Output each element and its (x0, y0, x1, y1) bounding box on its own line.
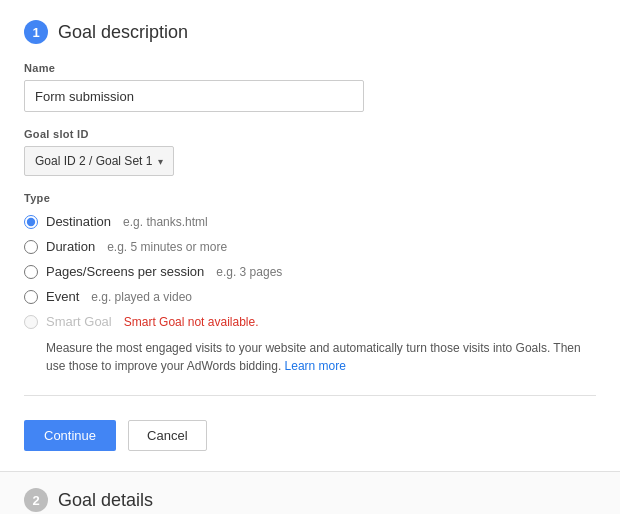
goal-slot-field-group: Goal slot ID Goal ID 2 / Goal Set 1 ▾ (24, 128, 596, 176)
continue-button[interactable]: Continue (24, 420, 116, 451)
radio-destination-label: Destination (46, 214, 111, 229)
name-input[interactable] (24, 80, 364, 112)
radio-pages-label: Pages/Screens per session (46, 264, 204, 279)
radio-group: Destination e.g. thanks.html Duration e.… (24, 214, 596, 329)
radio-event-label: Event (46, 289, 79, 304)
radio-event-input[interactable] (24, 290, 38, 304)
section2-title: Goal details (58, 490, 153, 511)
type-label: Type (24, 192, 596, 204)
cancel-button[interactable]: Cancel (128, 420, 206, 451)
radio-pages[interactable]: Pages/Screens per session e.g. 3 pages (24, 264, 596, 279)
radio-destination[interactable]: Destination e.g. thanks.html (24, 214, 596, 229)
section2-number: 2 (24, 488, 48, 512)
button-row: Continue Cancel (24, 420, 596, 451)
radio-destination-hint: e.g. thanks.html (123, 215, 208, 229)
radio-duration[interactable]: Duration e.g. 5 minutes or more (24, 239, 596, 254)
name-field-group: Name (24, 62, 596, 112)
section1-header: 1 Goal description (24, 20, 596, 44)
name-label: Name (24, 62, 596, 74)
type-field-group: Type Destination e.g. thanks.html Durati… (24, 192, 596, 375)
radio-duration-label: Duration (46, 239, 95, 254)
radio-smart-goal: Smart Goal Smart Goal not available. (24, 314, 596, 329)
radio-event[interactable]: Event e.g. played a video (24, 289, 596, 304)
radio-smart-goal-label: Smart Goal (46, 314, 112, 329)
radio-event-hint: e.g. played a video (91, 290, 192, 304)
smart-goal-learn-more-link[interactable]: Learn more (285, 359, 346, 373)
goal-description-section: 1 Goal description Name Goal slot ID Goa… (0, 0, 620, 472)
section1-number: 1 (24, 20, 48, 44)
chevron-down-icon: ▾ (158, 156, 163, 167)
smart-goal-description: Measure the most engaged visits to your … (46, 339, 586, 375)
goal-slot-label: Goal slot ID (24, 128, 596, 140)
smart-goal-notice: Smart Goal not available. (124, 315, 259, 329)
radio-destination-input[interactable] (24, 215, 38, 229)
section1-title: Goal description (58, 22, 188, 43)
radio-duration-input[interactable] (24, 240, 38, 254)
goal-slot-dropdown[interactable]: Goal ID 2 / Goal Set 1 ▾ (24, 146, 174, 176)
radio-pages-hint: e.g. 3 pages (216, 265, 282, 279)
radio-duration-hint: e.g. 5 minutes or more (107, 240, 227, 254)
divider (24, 395, 596, 396)
radio-smart-goal-input (24, 315, 38, 329)
radio-pages-input[interactable] (24, 265, 38, 279)
goal-details-section: 2 Goal details (0, 472, 620, 514)
goal-slot-value: Goal ID 2 / Goal Set 1 (35, 154, 152, 168)
